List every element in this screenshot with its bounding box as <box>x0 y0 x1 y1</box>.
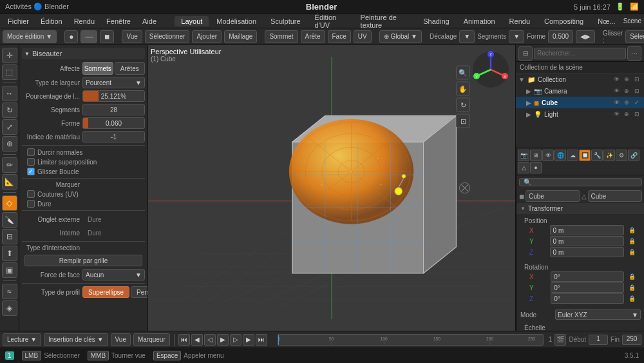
edge-mode-btn[interactable]: — <box>80 30 97 43</box>
arete-btn[interactable]: Arête <box>301 30 325 43</box>
cube-eye-icon[interactable]: 👁 <box>612 98 621 107</box>
collection-render-icon[interactable]: ⊡ <box>632 75 641 84</box>
prop-tab-particles[interactable]: ✨ <box>603 150 615 161</box>
outliner-options-btn[interactable]: ⋯ <box>627 46 641 61</box>
menu-aide[interactable]: Aide <box>137 16 162 26</box>
forme-slider-arrows[interactable]: ◀▶ <box>576 30 595 43</box>
mode-edition-btn[interactable]: Mode édition ▼ <box>3 30 57 43</box>
perspective-btn[interactable]: ⊡ <box>456 114 470 128</box>
tab-edition-uv[interactable]: Édition d'UV <box>308 12 353 30</box>
camera-eye-icon[interactable]: 👁 <box>612 86 621 95</box>
maillage-btn[interactable]: Maillage <box>224 30 257 43</box>
affect-sommets-btn[interactable]: Sommets <box>82 62 113 75</box>
face-btn[interactable]: Face <box>328 30 351 43</box>
transform-btn[interactable]: ⊕ <box>2 136 17 152</box>
light-cursor-icon[interactable]: ⊕ <box>622 110 631 119</box>
bevel-btn[interactable]: ◇ <box>2 195 17 211</box>
uv-btn[interactable]: UV <box>354 30 372 43</box>
prev-keyframe-btn[interactable]: ◁ <box>204 334 216 346</box>
outliner-collection[interactable]: ▼ 📁 Collection 👁 ⊕ ⊡ <box>516 74 644 85</box>
lecture-dropdown[interactable]: Lecture ▼ <box>3 333 41 346</box>
scene-selector[interactable]: Scene <box>623 17 641 25</box>
hand-pan-btn[interactable]: ✋ <box>456 82 470 96</box>
dure-checkbox[interactable] <box>27 200 35 208</box>
properties-search[interactable] <box>519 178 642 186</box>
outliner-search[interactable] <box>534 48 626 59</box>
annotate-btn[interactable]: ✏ <box>2 157 17 173</box>
outliner-light[interactable]: ▶ 💡 Light 👁 ⊕ ⊡ <box>516 108 644 120</box>
pourcentage-value[interactable]: 25.121% <box>82 90 145 102</box>
face-mode-btn[interactable]: ◼ <box>100 30 114 43</box>
limiter-superposition-checkbox[interactable] <box>27 158 35 166</box>
outliner-cube[interactable]: ▶ ◼ Cube 👁 ⊕ ✓ <box>516 97 644 108</box>
viewport-3d[interactable]: Perspective Utilisateur (1) Cube Z X Y <box>148 45 515 331</box>
profil-superellipse-btn[interactable]: Superellipse <box>82 286 129 298</box>
magnify-icon-btn[interactable]: 🔍 <box>456 66 470 80</box>
outliner-camera[interactable]: ▶ 📷 Camera 👁 ⊕ ⊡ <box>516 85 644 97</box>
vertex-mode-btn[interactable]: ● <box>64 30 78 43</box>
pos-x-value[interactable]: 0 m <box>550 225 624 235</box>
pos-x-lock[interactable]: 🔒 <box>627 225 637 235</box>
collection-cursor-icon[interactable]: ⊕ <box>622 75 631 84</box>
insertion-cles-dropdown[interactable]: Insertion de clés ▼ <box>44 333 108 346</box>
segments-dropdown[interactable]: ▼ <box>509 30 524 43</box>
glisser-boucle-checkbox[interactable]: ✓ <box>27 168 35 175</box>
force-face-value[interactable]: Aucun ▼ <box>82 269 145 280</box>
ajouter-btn[interactable]: Ajouter <box>192 30 222 43</box>
tab-compositing[interactable]: Compositing <box>538 16 590 26</box>
loopcut-btn[interactable]: ⊟ <box>2 229 17 244</box>
glisser-dropdown[interactable]: Sélection rectangu... ▼ <box>625 30 644 43</box>
gizmo-widget[interactable]: Z X Y <box>471 50 510 89</box>
next-frame-btn[interactable]: ▶ <box>243 334 254 346</box>
rot-z-lock[interactable]: 🔒 <box>627 293 637 304</box>
camera-render-icon[interactable]: ⊡ <box>632 86 641 95</box>
prop-tab-scene[interactable]: 🌐 <box>554 150 566 161</box>
menu-edition[interactable]: Édition <box>35 16 68 26</box>
extrude-btn[interactable]: ⬆ <box>2 246 17 261</box>
forme-value-btn[interactable]: 0.500 <box>548 30 573 43</box>
prop-tab-physics[interactable]: ⚙ <box>616 150 627 161</box>
collection-eye-icon[interactable]: 👁 <box>612 75 621 84</box>
rot-x-value[interactable]: 0° <box>551 271 624 282</box>
rot-y-lock[interactable]: 🔒 <box>627 282 637 293</box>
menu-rendu[interactable]: Rendu <box>69 16 100 26</box>
type-largeur-value[interactable]: Pourcent ▼ <box>82 77 145 88</box>
scale-btn[interactable]: ⤢ <box>2 119 17 135</box>
cube-render-icon[interactable]: ✓ <box>632 98 641 107</box>
light-render-icon[interactable]: ⊡ <box>632 110 641 119</box>
prop-tab-constraints[interactable]: 🔗 <box>628 150 639 161</box>
forme-prop-value[interactable]: 0.060 <box>82 117 145 129</box>
object-name-field[interactable]: Cube <box>526 190 580 202</box>
coutures-checkbox[interactable] <box>27 190 35 198</box>
menu-fenetre[interactable]: Fenêtre <box>101 16 136 26</box>
affect-aretes-btn[interactable]: Arêtes <box>115 62 146 75</box>
durcir-normales-checkbox[interactable] <box>27 148 35 156</box>
tab-sculpture[interactable]: Sculpture <box>264 16 307 26</box>
fps-indicator[interactable]: 🎬 <box>554 334 566 346</box>
shear-btn[interactable]: ◈ <box>2 300 17 316</box>
outliner-filter-btn[interactable]: ⊟ <box>518 46 533 61</box>
prev-frame-btn[interactable]: ◀ <box>191 334 203 346</box>
bevel-panel-header[interactable]: ▼ Biseauter <box>22 48 145 59</box>
light-eye-icon[interactable]: 👁 <box>612 110 621 119</box>
camera-cursor-icon[interactable]: ⊕ <box>622 86 631 95</box>
tab-peinture-texture[interactable]: Peinture de texture <box>354 12 416 30</box>
decalage-dropdown[interactable]: ▼ <box>459 30 475 43</box>
skip-end-btn[interactable]: ⏭ <box>256 334 267 346</box>
type-intersection-value[interactable]: Remplir par grille <box>24 255 142 266</box>
prop-tab-data[interactable]: △ <box>518 162 529 173</box>
tab-layout[interactable]: Layout <box>175 16 209 26</box>
prop-tab-material[interactable]: ● <box>530 162 542 173</box>
cube-cursor-icon[interactable]: ⊕ <box>622 98 631 107</box>
pos-y-lock[interactable]: 🔒 <box>627 236 637 246</box>
mode-select-field[interactable]: Euler XYZ ▼ <box>555 309 641 320</box>
transformer-section-header[interactable]: ▼ Transformer <box>516 203 644 214</box>
menu-fichier[interactable]: Fichier <box>3 16 34 26</box>
skip-start-btn[interactable]: ⏮ <box>178 334 190 346</box>
selectionner-btn[interactable]: Sélectionner <box>145 30 190 43</box>
vue-btn[interactable]: Vue <box>122 30 142 43</box>
timeline-scrubber[interactable]: 1 50 100 150 200 250 <box>278 334 544 346</box>
indice-materiau-value[interactable]: -1 <box>82 131 145 142</box>
prop-tab-view[interactable]: 👁 <box>542 150 554 161</box>
select-box-btn[interactable]: ⬚ <box>2 64 17 80</box>
